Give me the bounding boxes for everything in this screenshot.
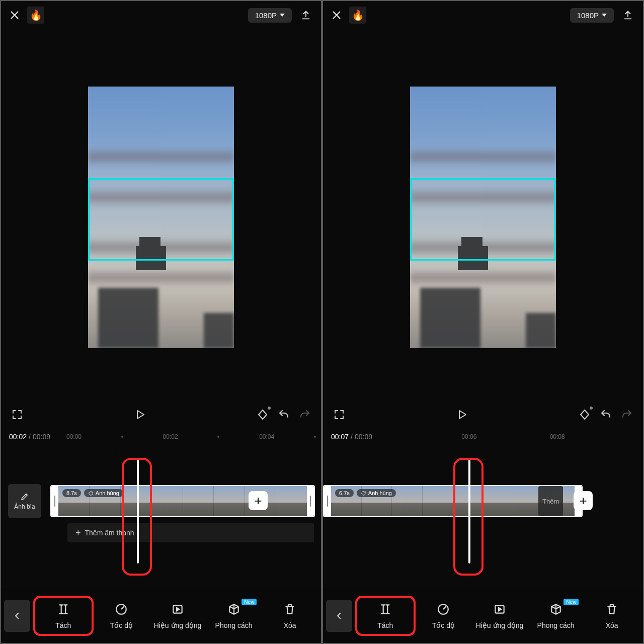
animation-icon [171, 602, 185, 616]
time-total: 00:09 [33, 433, 50, 441]
chevron-down-icon [280, 14, 285, 17]
time-total: 00:09 [355, 433, 372, 441]
fullscreen-button[interactable] [10, 408, 24, 422]
clip-strip[interactable]: 8.7sAnh hùng [50, 485, 315, 517]
tool-style[interactable]: NewPhong cách [206, 596, 262, 636]
tool-split[interactable]: Tách [355, 596, 416, 636]
add-audio-row[interactable]: +Thêm âm thanh [67, 523, 314, 542]
chevron-down-icon [602, 14, 607, 17]
new-badge: New [242, 599, 257, 605]
clip-handle-left[interactable] [324, 486, 331, 516]
export-button[interactable] [298, 7, 314, 23]
cover-chip[interactable]: Ảnh bìa [8, 484, 41, 518]
resolution-selector[interactable]: 1080P [248, 8, 292, 23]
keyframe-button[interactable] [256, 408, 270, 422]
tool-split[interactable]: Tách [33, 596, 94, 636]
duration-badge: 6.7s [335, 489, 354, 497]
time-current: 00:02 [9, 433, 27, 441]
back-button[interactable] [4, 600, 30, 632]
play-button[interactable] [455, 408, 469, 422]
trash-icon [283, 602, 297, 616]
new-badge: New [564, 599, 579, 605]
split-icon [56, 602, 70, 616]
export-button[interactable] [620, 7, 636, 23]
undo-button[interactable] [599, 408, 613, 422]
clip-handle-right[interactable] [307, 486, 314, 516]
cube-icon [549, 602, 563, 616]
time-current: 00:07 [331, 433, 349, 441]
add-clip-button[interactable]: + [574, 491, 593, 510]
tool-speed[interactable]: Tốc độ [94, 596, 150, 636]
add-audio-label: Thêm âm thanh [85, 529, 134, 537]
close-icon[interactable] [330, 9, 343, 22]
add-clip-button[interactable]: + [249, 491, 268, 510]
tool-delete[interactable]: Xóa [262, 596, 318, 636]
clip-tag-badge: Anh hùng [357, 489, 396, 497]
tool-speed[interactable]: Tốc độ [416, 596, 472, 636]
cover-label: Ảnh bìa [14, 503, 35, 510]
split-icon [378, 602, 392, 616]
undo-button[interactable] [277, 408, 291, 422]
resolution-selector[interactable]: 1080P [570, 8, 614, 23]
tool-delete[interactable]: Xóa [584, 596, 640, 636]
tool-animation[interactable]: Hiệu ứng động [149, 596, 206, 636]
flame-icon[interactable]: 🔥 [27, 7, 44, 24]
speed-icon [114, 602, 128, 616]
resolution-label: 1080P [255, 11, 277, 20]
fullscreen-button[interactable] [332, 408, 346, 422]
clip-handle-left[interactable] [51, 486, 58, 516]
speed-icon [436, 602, 450, 616]
animation-icon [493, 602, 507, 616]
cube-icon [227, 602, 241, 616]
keyframe-button[interactable] [578, 408, 592, 422]
duration-badge: 8.7s [62, 489, 81, 497]
clip-tag-badge: Anh hùng [84, 489, 123, 497]
video-preview[interactable] [410, 87, 556, 348]
flame-icon[interactable]: 🔥 [349, 7, 366, 24]
back-button[interactable] [326, 600, 352, 632]
tool-animation[interactable]: Hiệu ứng động [471, 596, 528, 636]
resolution-label: 1080P [577, 11, 599, 20]
redo-button[interactable] [620, 408, 634, 422]
tool-style[interactable]: NewPhong cách [528, 596, 584, 636]
close-icon[interactable] [8, 9, 21, 22]
add-cover-chip[interactable]: Thêm [538, 486, 563, 516]
redo-button[interactable] [298, 408, 312, 422]
play-button[interactable] [133, 408, 147, 422]
video-preview[interactable] [88, 87, 234, 348]
trash-icon [605, 602, 619, 616]
